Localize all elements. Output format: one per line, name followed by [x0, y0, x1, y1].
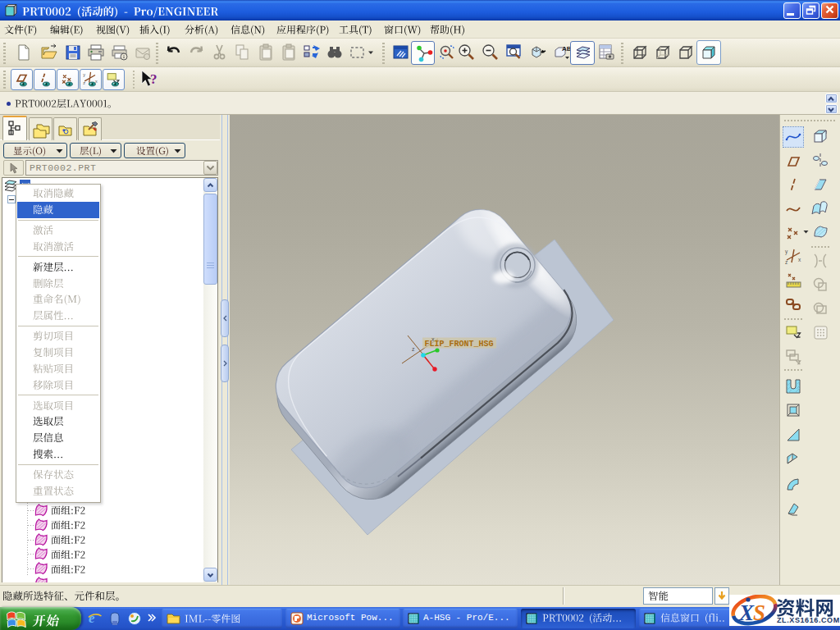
- svg-text:x: x: [798, 257, 801, 262]
- svg-text:x: x: [431, 336, 435, 342]
- svg-text:?: ?: [150, 71, 158, 87]
- svg-text:y: y: [83, 72, 85, 77]
- svg-text:x: x: [95, 79, 98, 84]
- svg-text:z: z: [412, 346, 415, 352]
- svg-text:FLIP_FRONT_HSG: FLIP_FRONT_HSG: [425, 340, 494, 349]
- svg-text:z: z: [83, 80, 85, 85]
- svg-text:S: S: [753, 600, 765, 625]
- svg-text:X: X: [738, 600, 755, 625]
- svg-text:e: e: [89, 610, 95, 626]
- svg-text:y: y: [785, 249, 788, 255]
- svg-text:z: z: [785, 259, 788, 265]
